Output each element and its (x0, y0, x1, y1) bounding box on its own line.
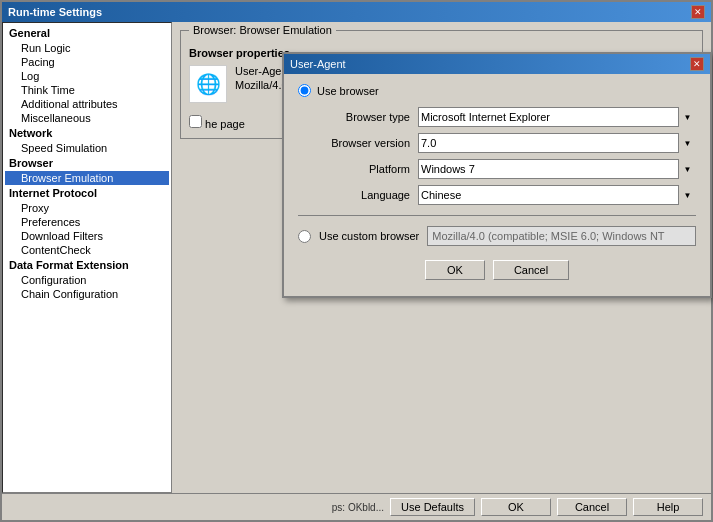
use-custom-radio[interactable] (298, 230, 311, 243)
language-label: Language (298, 189, 418, 201)
panel-group-title: Browser: Browser Emulation (189, 24, 336, 36)
status-text: ps: OKbld... (332, 502, 384, 513)
browser-icon: 🌐 (189, 65, 227, 103)
sidebar-item-browser-emulation[interactable]: Browser Emulation (5, 171, 169, 185)
sidebar: General Run Logic Pacing Log Think Time … (2, 22, 172, 493)
dialog-separator (298, 215, 696, 216)
sidebar-item-configuration[interactable]: Configuration (5, 273, 169, 287)
sidebar-item-content-check[interactable]: ContentCheck (5, 243, 169, 257)
page-checkbox[interactable] (189, 115, 202, 128)
sidebar-item-pacing[interactable]: Pacing (5, 55, 169, 69)
browser-emoji-icon: 🌐 (196, 72, 221, 96)
platform-select[interactable]: Windows 7 Windows XP Windows Vista Windo… (418, 159, 696, 179)
platform-row: Platform Windows 7 Windows XP Windows Vi… (298, 159, 696, 179)
use-browser-radio[interactable] (298, 84, 311, 97)
browser-version-select-wrapper: 7.0 6.0 8.0 9.0 10.0 ▼ (418, 133, 696, 153)
dialog-cancel-button[interactable]: Cancel (493, 260, 569, 280)
window-title: Run-time Settings (8, 6, 102, 18)
page-checkbox-label[interactable]: he page (189, 118, 245, 130)
sidebar-item-log[interactable]: Log (5, 69, 169, 83)
sidebar-item-run-logic[interactable]: Run Logic (5, 41, 169, 55)
browser-version-row: Browser version 7.0 6.0 8.0 9.0 10.0 ▼ (298, 133, 696, 153)
ok-button[interactable]: OK (481, 498, 551, 516)
sidebar-item-chain-configuration[interactable]: Chain Configuration (5, 287, 169, 301)
sidebar-item-network[interactable]: Network (5, 125, 169, 141)
bottom-bar: ps: OKbld... Use Defaults OK Cancel Help (2, 493, 711, 520)
sidebar-item-proxy[interactable]: Proxy (5, 201, 169, 215)
sidebar-item-speed-simulation[interactable]: Speed Simulation (5, 141, 169, 155)
dialog-close-button[interactable]: ✕ (690, 57, 704, 71)
dialog-title-bar: User-Agent ✕ (284, 54, 710, 74)
dialog-buttons: OK Cancel (298, 260, 696, 286)
browser-version-select[interactable]: 7.0 6.0 8.0 9.0 10.0 (418, 133, 696, 153)
dialog-content: Use browser Browser type Microsoft Inter… (284, 74, 710, 296)
use-custom-row: Use custom browser (298, 226, 696, 246)
use-browser-radio-row: Use browser (298, 84, 696, 97)
browser-version-label: Browser version (298, 137, 418, 149)
use-browser-label: Use browser (317, 85, 379, 97)
sidebar-item-miscellaneous[interactable]: Miscellaneous (5, 111, 169, 125)
browser-type-row: Browser type Microsoft Internet Explorer… (298, 107, 696, 127)
browser-type-select-wrapper: Microsoft Internet Explorer Firefox Chro… (418, 107, 696, 127)
language-row: Language Chinese English French German J… (298, 185, 696, 205)
use-defaults-button[interactable]: Use Defaults (390, 498, 475, 516)
sidebar-item-general[interactable]: General (5, 25, 169, 41)
use-custom-label: Use custom browser (319, 230, 419, 242)
right-panel: Browser: Browser Emulation Browser prope… (172, 22, 711, 493)
sidebar-item-additional-attributes[interactable]: Additional attributes (5, 97, 169, 111)
main-area: General Run Logic Pacing Log Think Time … (2, 22, 711, 493)
browser-type-label: Browser type (298, 111, 418, 123)
title-bar: Run-time Settings ✕ (2, 2, 711, 22)
sidebar-item-browser[interactable]: Browser (5, 155, 169, 171)
platform-select-wrapper: Windows 7 Windows XP Windows Vista Windo… (418, 159, 696, 179)
browser-type-select[interactable]: Microsoft Internet Explorer Firefox Chro… (418, 107, 696, 127)
sidebar-item-preferences[interactable]: Preferences (5, 215, 169, 229)
sidebar-item-internet-protocol[interactable]: Internet Protocol (5, 185, 169, 201)
language-select[interactable]: Chinese English French German Japanese (418, 185, 696, 205)
sidebar-item-data-format-extension[interactable]: Data Format Extension (5, 257, 169, 273)
language-select-wrapper: Chinese English French German Japanese ▼ (418, 185, 696, 205)
dialog-title: User-Agent (290, 58, 346, 70)
main-window: Run-time Settings ✕ General Run Logic Pa… (0, 0, 713, 522)
cancel-button[interactable]: Cancel (557, 498, 627, 516)
dialog-ok-button[interactable]: OK (425, 260, 485, 280)
platform-label: Platform (298, 163, 418, 175)
sidebar-item-think-time[interactable]: Think Time (5, 83, 169, 97)
custom-browser-input[interactable] (427, 226, 696, 246)
sidebar-item-download-filters[interactable]: Download Filters (5, 229, 169, 243)
help-button[interactable]: Help (633, 498, 703, 516)
user-agent-dialog: User-Agent ✕ Use browser Browser type Mi… (282, 52, 712, 298)
close-button[interactable]: ✕ (691, 5, 705, 19)
